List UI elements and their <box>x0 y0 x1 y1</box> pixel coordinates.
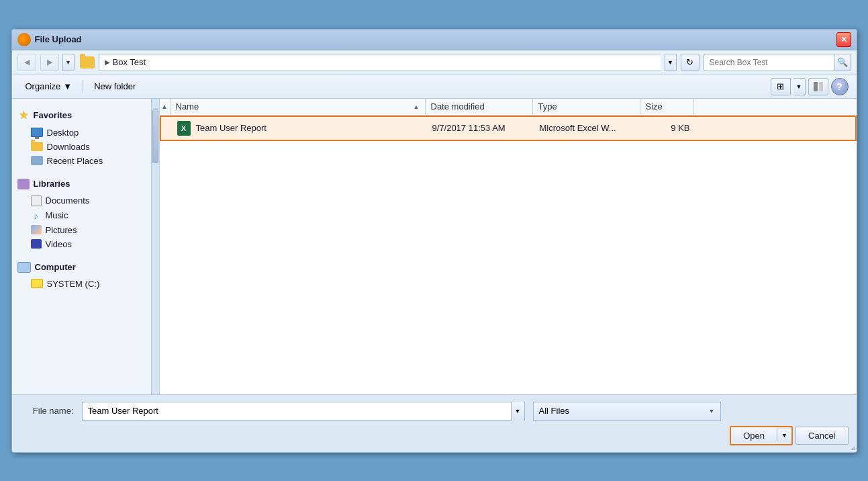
search-box: 🔍 <box>704 54 851 71</box>
computer-label: Computer <box>35 262 76 272</box>
view-dropdown[interactable]: ▼ <box>793 78 806 95</box>
computer-group: Computer SYSTEM (C:) <box>17 262 148 291</box>
toolbar-right: ⊞ ▼ ? <box>771 78 849 95</box>
svg-rect-1 <box>819 82 823 91</box>
file-type-arrow-icon: ▼ <box>709 408 715 414</box>
desktop-label: Desktop <box>47 128 79 138</box>
breadcrumb-dropdown[interactable]: ▼ <box>665 54 677 71</box>
file-area: ▲ Name ▲ Date modified Type Size <box>160 99 857 394</box>
organize-button[interactable]: Organize ▼ <box>20 79 78 93</box>
col-header-type[interactable]: Type <box>533 99 640 114</box>
sidebar-item-drive-c[interactable]: SYSTEM (C:) <box>17 277 148 291</box>
libraries-header: Libraries <box>17 179 148 189</box>
dialog-title: File Upload <box>35 34 82 44</box>
bottom-buttons: Open ▼ Cancel <box>730 426 848 445</box>
libraries-icon <box>17 179 30 189</box>
header-scroll[interactable]: ▲ <box>160 99 171 115</box>
sidebar-item-desktop[interactable]: Desktop <box>17 126 148 140</box>
help-button[interactable]: ? <box>831 78 849 95</box>
button-row: Open ▼ Cancel <box>20 426 849 445</box>
pictures-icon <box>31 225 42 234</box>
sidebar-item-pictures[interactable]: Pictures <box>17 223 148 237</box>
refresh-button[interactable]: ↻ <box>681 54 700 71</box>
name-sort-arrow: ▲ <box>414 103 420 110</box>
title-bar: File Upload ✕ <box>12 30 857 50</box>
file-name-input-wrap: ▼ <box>82 402 525 421</box>
sidebar-scrollbar[interactable] <box>151 99 159 394</box>
address-bar: ◀ ▶ ▼ ▶ Box Test ▼ ↻ 🔍 <box>12 50 857 75</box>
view-button[interactable]: ⊞ <box>771 78 791 95</box>
open-dropdown-arrow[interactable]: ▼ <box>777 429 791 442</box>
file-name-text: Team User Report <box>196 123 267 133</box>
pane-icon <box>814 82 823 91</box>
new-folder-label: New folder <box>94 81 136 91</box>
documents-label: Documents <box>46 195 90 206</box>
sidebar-item-recent-places[interactable]: Recent Places <box>17 154 148 168</box>
file-type-cell: Microsoft Excel W... <box>534 119 642 137</box>
cancel-button[interactable]: Cancel <box>795 427 848 445</box>
file-size-cell: 9 KB <box>642 119 695 137</box>
svg-rect-0 <box>814 82 818 91</box>
file-type-select[interactable]: All Files ▼ <box>533 402 721 421</box>
breadcrumb-label: Box Test <box>113 57 146 67</box>
new-folder-button[interactable]: New folder <box>89 79 141 93</box>
favorites-group: ★ Favorites Desktop Downloads <box>17 110 148 168</box>
breadcrumb-path: ▶ Box Test <box>99 54 661 71</box>
toolbar-separator <box>83 80 83 93</box>
excel-file-icon <box>177 121 191 136</box>
nav-history-dropdown[interactable]: ▼ <box>62 54 75 71</box>
hide-pane-button[interactable] <box>808 78 828 95</box>
file-row-team-user-report[interactable]: Team User Report 9/7/2017 11:53 AM Micro… <box>160 116 857 141</box>
resize-handle[interactable]: ⊿ <box>851 445 856 451</box>
sidebar-item-downloads[interactable]: Downloads <box>17 140 148 154</box>
sidebar-item-music[interactable]: ♪ Music <box>17 208 148 223</box>
file-name-dropdown[interactable]: ▼ <box>511 402 524 421</box>
close-button[interactable]: ✕ <box>836 32 851 47</box>
col-header-name[interactable]: Name ▲ <box>171 99 426 114</box>
file-name-input[interactable] <box>83 406 511 416</box>
search-button[interactable]: 🔍 <box>834 54 851 71</box>
toolbar: Organize ▼ New folder ⊞ ▼ ? <box>12 75 857 99</box>
favorites-label: Favorites <box>34 110 73 120</box>
app-icon <box>17 33 31 46</box>
organize-arrow: ▼ <box>63 81 72 91</box>
favorites-header: ★ Favorites <box>17 110 148 122</box>
file-date-cell: 9/7/2017 11:53 AM <box>427 119 534 137</box>
music-icon: ♪ <box>31 210 42 221</box>
file-name-cell: Team User Report <box>172 117 427 140</box>
sidebar-content: ★ Favorites Desktop Downloads <box>12 99 151 307</box>
file-name-label: File name: <box>20 406 74 416</box>
file-type-value: All Files <box>539 406 570 416</box>
open-button[interactable]: Open <box>731 427 777 444</box>
breadcrumb-arrow: ▶ <box>105 58 110 66</box>
organize-label: Organize <box>26 81 61 91</box>
downloads-label: Downloads <box>47 142 90 152</box>
sidebar-item-documents[interactable]: Documents <box>17 193 148 208</box>
recent-places-label: Recent Places <box>47 156 103 166</box>
sidebar-item-videos[interactable]: Videos <box>17 237 148 251</box>
main-area: ★ Favorites Desktop Downloads <box>12 99 857 394</box>
documents-icon <box>31 195 42 206</box>
col-header-date[interactable]: Date modified <box>426 99 533 114</box>
search-input[interactable] <box>704 54 834 71</box>
libraries-group: Libraries Documents ♪ Music Pictures <box>17 179 148 251</box>
computer-icon <box>17 262 31 273</box>
file-list: Team User Report 9/7/2017 11:53 AM Micro… <box>160 116 857 394</box>
libraries-label: Libraries <box>34 179 70 189</box>
videos-icon <box>31 239 42 249</box>
computer-header: Computer <box>17 262 148 273</box>
drive-c-icon <box>31 279 43 288</box>
downloads-icon <box>31 142 43 151</box>
file-header: ▲ Name ▲ Date modified Type Size <box>160 99 857 116</box>
back-button[interactable]: ◀ <box>17 54 36 71</box>
open-button-group: Open ▼ <box>730 426 793 445</box>
scrollbar-thumb[interactable] <box>152 110 158 163</box>
folder-icon <box>80 56 95 69</box>
col-header-size[interactable]: Size <box>640 99 694 114</box>
recent-places-icon <box>31 156 43 165</box>
pictures-label: Pictures <box>46 225 77 235</box>
drive-c-label: SYSTEM (C:) <box>47 279 100 289</box>
forward-button[interactable]: ▶ <box>40 54 59 71</box>
sidebar: ★ Favorites Desktop Downloads <box>12 99 160 394</box>
music-label: Music <box>46 210 68 220</box>
